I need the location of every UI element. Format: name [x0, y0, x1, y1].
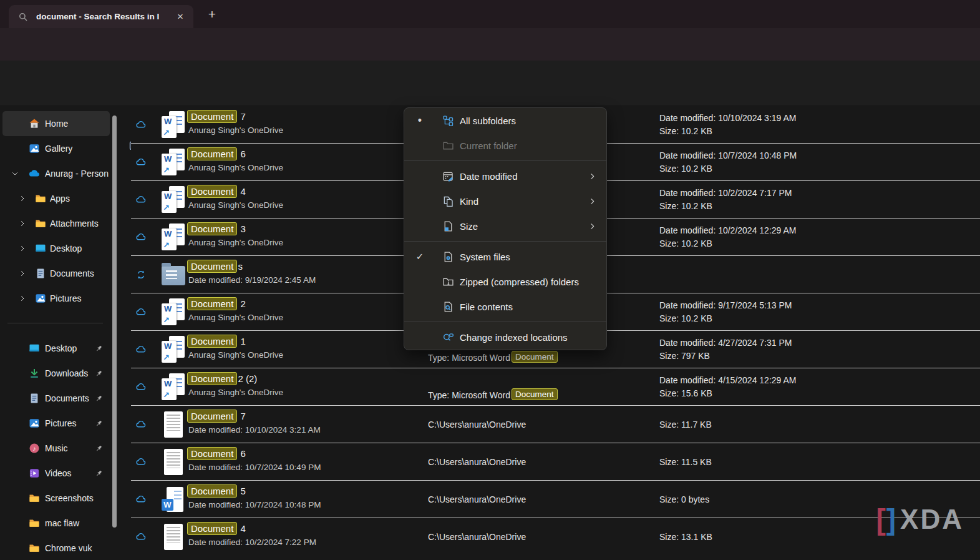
- menu-item-icon: [442, 331, 455, 344]
- navigation-bar: ← → ↑ Search Results in Home document: [0, 28, 980, 61]
- file-subtitle: Anurag Singh's OneDrive: [188, 125, 283, 135]
- watermark-left-bracket: [: [876, 503, 886, 536]
- sidebar-item-label: Apps: [50, 194, 70, 204]
- file-icon: [160, 298, 187, 327]
- sidebar-scrollbar[interactable]: [112, 115, 117, 528]
- watermark-right-bracket: ]: [886, 503, 896, 536]
- file-name-block: Document 6 Anurag Singh's OneDrive: [187, 147, 283, 172]
- sidebar-item[interactable]: Gallery: [2, 136, 110, 161]
- sidebar-item[interactable]: mac flaw: [2, 511, 110, 536]
- menu-item[interactable]: [404, 319, 606, 325]
- sidebar-item-label: Anurag - Person: [45, 169, 109, 179]
- sidebar-item[interactable]: Documents: [2, 261, 110, 286]
- file-row[interactable]: Document2 (2) Anurag Singh's OneDrive Ty…: [131, 368, 980, 406]
- sidebar-item[interactable]: Desktop: [2, 236, 110, 261]
- menu-item[interactable]: File contents: [404, 294, 606, 319]
- sidebar-item[interactable]: Home: [2, 111, 110, 136]
- sidebar-item[interactable]: Chrome vuk: [2, 536, 110, 560]
- menu-item[interactable]: Current folder: [404, 133, 606, 158]
- explorer-tab[interactable]: document - Search Results in I ×: [9, 5, 193, 28]
- menu-item[interactable]: [404, 238, 606, 244]
- sidebar-item[interactable]: Pictures: [2, 286, 110, 311]
- pin-icon: [94, 394, 104, 403]
- file-row[interactable]: Document 7 Date modified: 10/10/2024 3:2…: [131, 406, 980, 443]
- sidebar-item[interactable]: Apps: [2, 186, 110, 211]
- file-row[interactable]: Document 4 Date modified: 10/2/2024 7:22…: [131, 518, 980, 556]
- menu-item[interactable]: Zipped (compressed) folders: [404, 269, 606, 294]
- sidebar-item-label: Music: [45, 443, 68, 453]
- search-icon: [17, 11, 29, 22]
- file-detail-middle: C:\Users\anura\OneDrive: [428, 518, 526, 556]
- date-modified: Date modified: 4/27/2024 7:31 PM: [659, 336, 792, 350]
- sidebar-item[interactable]: Screenshots: [2, 486, 110, 511]
- expander-chevron-icon[interactable]: [19, 220, 26, 227]
- menu-item-label: Kind: [460, 196, 478, 207]
- sidebar-item-icon: [28, 442, 41, 454]
- menu-item-icon: [442, 114, 455, 127]
- sidebar-item-label: Videos: [45, 468, 72, 478]
- menu-item[interactable]: Size: [404, 214, 606, 238]
- menu-item-label: Size: [460, 221, 478, 232]
- date-modified: Date modified: 10/2/2024 12:29 AM: [659, 224, 796, 237]
- tab-title: document - Search Results in I: [36, 12, 173, 21]
- sync-status: [135, 307, 147, 318]
- file-name-block: Document 4 Anurag Singh's OneDrive: [187, 185, 283, 210]
- expander-chevron-icon[interactable]: [11, 170, 19, 177]
- highlighted-match: Document: [187, 522, 237, 535]
- date-modified: Date modified: 10/7/2024 10:48 PM: [659, 149, 797, 162]
- highlighted-match: Document: [187, 185, 237, 198]
- expander-chevron-icon[interactable]: [19, 295, 26, 302]
- cloud-icon: [135, 494, 147, 505]
- menu-item[interactable]: Change indexed locations: [404, 325, 606, 350]
- pin-icon: [94, 444, 104, 453]
- file-subtitle: Date modified: 10/10/2024 3:21 AM: [188, 425, 321, 435]
- file-detail-middle: C:\Users\anura\OneDrive: [428, 406, 526, 443]
- menu-item[interactable]: Kind: [404, 189, 606, 214]
- date-modified: Date modified: 10/2/2024 7:17 PM: [659, 187, 792, 200]
- expander-chevron-icon[interactable]: [19, 195, 26, 202]
- sync-status: [135, 344, 147, 355]
- sidebar-item-label: Home: [45, 119, 68, 129]
- sidebar-item-icon: [34, 192, 47, 205]
- file-row[interactable]: Document 5 Date modified: 10/7/2024 10:4…: [131, 481, 980, 518]
- date-modified: Date modified: 9/17/2024 5:13 PM: [659, 299, 792, 312]
- sync-status: [135, 232, 147, 243]
- menu-item[interactable]: Date modified: [404, 164, 606, 189]
- new-tab-button[interactable]: +: [203, 5, 221, 24]
- sidebar-item[interactable]: Documents: [2, 386, 110, 411]
- file-name-block: Document 7 Date modified: 10/10/2024 3:2…: [187, 410, 321, 435]
- sync-status: [135, 269, 147, 280]
- sidebar-item-label: Attachments: [50, 219, 99, 228]
- date-modified: Date modified: 4/15/2024 12:29 AM: [659, 374, 796, 387]
- file-subtitle: Anurag Singh's OneDrive: [188, 238, 283, 247]
- sidebar-item-icon: [28, 167, 41, 180]
- sidebar-item[interactable]: Downloads: [2, 361, 110, 386]
- sidebar-item[interactable]: Desktop: [2, 336, 110, 361]
- sidebar-item-label: Gallery: [45, 144, 72, 154]
- file-size: Size: 11.5 KB: [659, 456, 712, 469]
- menu-item-icon: [442, 300, 455, 313]
- file-subtitle: Anurag Singh's OneDrive: [188, 388, 283, 397]
- sidebar-item[interactable]: Anurag - Person: [2, 161, 110, 186]
- file-icon: [160, 410, 187, 439]
- menu-item[interactable]: All subfolders: [404, 108, 606, 133]
- file-name-block: Documents Date modified: 9/19/2024 2:45 …: [187, 260, 316, 285]
- expander-chevron-icon[interactable]: [19, 270, 26, 277]
- file-icon: [160, 448, 187, 476]
- sidebar-item[interactable]: Attachments: [2, 211, 110, 236]
- menu-item-icon: [442, 139, 455, 152]
- sidebar-item[interactable]: Videos: [2, 461, 110, 486]
- sidebar-item[interactable]: Music: [2, 436, 110, 461]
- expander-chevron-icon[interactable]: [19, 245, 26, 252]
- file-name-block: Document 3 Anurag Singh's OneDrive: [187, 222, 283, 247]
- watermark-text: XDA: [900, 504, 964, 535]
- file-subtitle: Date modified: 10/7/2024 10:49 PM: [188, 463, 321, 472]
- file-size: Size: 10.2 KB: [659, 312, 792, 325]
- cloud-icon: [135, 307, 147, 318]
- file-explorer-window: document - Search Results in I × + ← → ↑…: [0, 0, 980, 560]
- menu-item[interactable]: [404, 158, 606, 164]
- tab-close-icon[interactable]: ×: [173, 11, 187, 23]
- sidebar-item[interactable]: Pictures: [2, 411, 110, 436]
- menu-item[interactable]: System files: [404, 244, 606, 269]
- file-row[interactable]: Document 6 Date modified: 10/7/2024 10:4…: [131, 443, 980, 481]
